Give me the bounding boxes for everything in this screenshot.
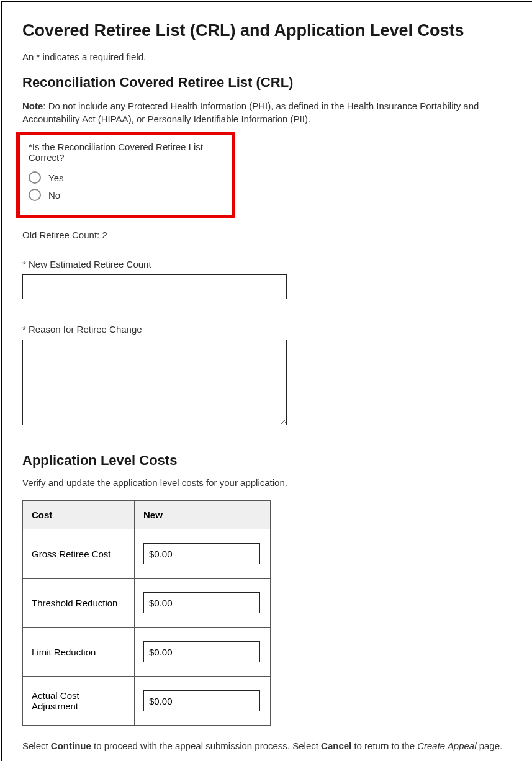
gross-retiree-cost-input[interactable] <box>143 543 260 564</box>
reason-change-label: * Reason for Retiree Change <box>22 324 512 335</box>
table-row: Actual Cost Adjustment <box>23 677 271 726</box>
reason-change-textarea[interactable] <box>22 340 287 425</box>
crl-correct-question: *Is the Reconciliation Covered Retiree L… <box>29 142 223 163</box>
cost-label: Threshold Reduction <box>23 579 135 628</box>
old-retiree-count: Old Retiree Count: 2 <box>22 230 512 240</box>
actual-cost-adjustment-input[interactable] <box>143 690 260 711</box>
required-field-note: An * indicates a required field. <box>22 52 512 62</box>
cost-label: Actual Cost Adjustment <box>23 677 135 726</box>
note-bold: Note <box>22 101 43 111</box>
phi-note: Note: Do not include any Protected Healt… <box>22 99 512 125</box>
continue-cancel-instruction: Select Continue to proceed with the appe… <box>22 741 512 751</box>
note-rest: : Do not include any Protected Health In… <box>22 101 479 124</box>
table-row: Limit Reduction <box>23 628 271 677</box>
radio-label-yes: Yes <box>48 173 63 183</box>
cost-table: Cost New Gross Retiree Cost Threshold Re… <box>22 500 271 726</box>
cost-label: Limit Reduction <box>23 628 135 677</box>
highlighted-question-box: *Is the Reconciliation Covered Retiree L… <box>16 132 235 218</box>
radio-option-yes[interactable]: Yes <box>29 171 223 184</box>
section-crl-heading: Reconciliation Covered Retiree List (CRL… <box>22 74 512 91</box>
new-retiree-count-label: * New Estimated Retiree Count <box>22 259 512 269</box>
col-header-new: New <box>135 501 271 529</box>
radio-icon <box>29 189 41 201</box>
threshold-reduction-input[interactable] <box>143 592 260 613</box>
radio-icon <box>29 171 41 184</box>
new-retiree-count-input[interactable] <box>22 274 287 299</box>
radio-option-no[interactable]: No <box>29 189 223 201</box>
table-row: Gross Retiree Cost <box>23 529 271 579</box>
page-title: Covered Retiree List (CRL) and Applicati… <box>22 21 512 40</box>
cost-label: Gross Retiree Cost <box>23 529 135 579</box>
section-costs-heading: Application Level Costs <box>22 453 512 469</box>
radio-label-no: No <box>48 190 60 200</box>
page-container: Covered Retiree List (CRL) and Applicati… <box>1 1 532 761</box>
limit-reduction-input[interactable] <box>143 641 260 662</box>
costs-subtext: Verify and update the application level … <box>22 477 512 488</box>
table-row: Threshold Reduction <box>23 579 271 628</box>
col-header-cost: Cost <box>23 501 135 529</box>
